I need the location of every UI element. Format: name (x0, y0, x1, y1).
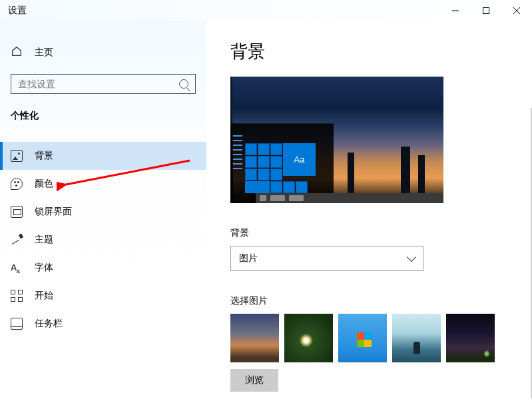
sidebar: 主页 个性化 背景 颜色 锁屏界面 主题 AA 字体 (0, 21, 206, 405)
search-icon (179, 79, 188, 89)
section-title: 个性化 (0, 106, 206, 142)
sidebar-item-label: 锁屏界面 (35, 206, 72, 218)
svg-rect-1 (483, 8, 489, 14)
background-type-label: 背景 (230, 227, 508, 239)
search-box[interactable] (11, 74, 196, 94)
sidebar-item-lockscreen[interactable]: 锁屏界面 (0, 198, 206, 226)
start-icon (11, 290, 23, 302)
maximize-button[interactable] (471, 0, 501, 21)
preview-taskbar (256, 193, 443, 203)
sidebar-item-home[interactable]: 主页 (0, 39, 206, 66)
preview-accent-tile: Aa (283, 143, 316, 176)
picture-thumb-1[interactable] (230, 314, 279, 362)
window-controls (440, 0, 532, 21)
minimize-button[interactable] (440, 0, 471, 21)
home-icon (11, 45, 23, 59)
window-title: 设置 (8, 5, 27, 17)
sidebar-item-colors[interactable]: 颜色 (0, 170, 206, 198)
desktop-preview: Aa (230, 77, 443, 203)
search-input[interactable] (18, 79, 179, 89)
sidebar-item-label: 字体 (35, 262, 53, 274)
picture-thumb-5[interactable] (446, 314, 495, 362)
palette-icon (11, 178, 23, 190)
sidebar-item-themes[interactable]: 主题 (0, 226, 206, 254)
sidebar-item-label: 任务栏 (35, 318, 63, 330)
content-pane: 背景 (206, 21, 532, 405)
preview-start-menu: Aa (230, 123, 334, 203)
sidebar-item-label: 主题 (35, 234, 53, 246)
browse-button[interactable]: 浏览 (230, 369, 278, 392)
picture-thumb-3[interactable] (338, 314, 387, 362)
sidebar-item-start[interactable]: 开始 (0, 282, 206, 310)
sidebar-item-label: 颜色 (35, 178, 53, 190)
brush-icon (11, 234, 23, 246)
taskbar-icon (11, 318, 23, 330)
picture-thumb-4[interactable] (392, 314, 441, 362)
sidebar-item-label: 背景 (35, 150, 53, 162)
background-icon (11, 150, 23, 162)
sidebar-item-label: 开始 (35, 290, 53, 302)
font-icon: AA (11, 262, 23, 274)
lockscreen-icon (11, 206, 23, 218)
chevron-down-icon (407, 252, 416, 262)
choose-picture-label: 选择图片 (230, 295, 508, 307)
titlebar: 设置 (0, 0, 532, 21)
sidebar-item-background[interactable]: 背景 (0, 142, 206, 170)
background-type-dropdown[interactable]: 图片 (230, 246, 423, 271)
picture-thumb-2[interactable] (284, 314, 333, 362)
close-button[interactable] (501, 0, 532, 21)
page-title: 背景 (230, 40, 508, 63)
dropdown-value: 图片 (239, 252, 258, 264)
home-label: 主页 (35, 47, 53, 59)
picture-thumbnails (230, 314, 508, 362)
sidebar-item-taskbar[interactable]: 任务栏 (0, 310, 206, 338)
sidebar-item-fonts[interactable]: AA 字体 (0, 254, 206, 282)
